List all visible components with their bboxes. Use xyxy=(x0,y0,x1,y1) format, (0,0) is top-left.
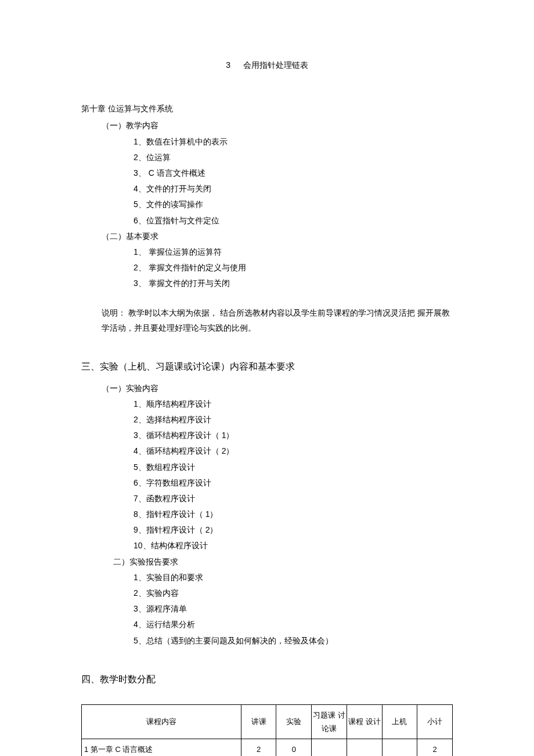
ch10-sub1-label: （一）教学内容 xyxy=(102,118,453,133)
list-item: 3、 C 语言文件概述 xyxy=(134,166,453,180)
list-item: 7、函数程序设计 xyxy=(134,491,453,506)
list-item: 10、结构体程序设计 xyxy=(134,538,453,553)
cell-discuss xyxy=(312,739,347,756)
prev-chapter-tail: 3 会用指针处理链表 xyxy=(81,58,453,73)
note-paragraph: 说明： 教学时以本大纲为依据， 结合所选教材内容以及学生前导课程的学习情况灵活把… xyxy=(102,306,453,335)
list-item: 1、数值在计算机中的表示 xyxy=(134,135,453,149)
list-item: 4、运行结果分析 xyxy=(134,617,453,632)
list-item: 2、位运算 xyxy=(134,150,453,165)
list-item: 3、源程序清单 xyxy=(134,602,453,616)
sec3-sub1-label: （一）实验内容 xyxy=(102,381,453,396)
cell-subtotal: 2 xyxy=(417,739,453,756)
chapter-10-title: 第十章 位运算与文件系统 xyxy=(81,102,453,116)
list-item: 6、位置指针与文件定位 xyxy=(134,214,453,228)
th-lab: 实验 xyxy=(276,704,312,739)
th-lecture: 讲课 xyxy=(241,704,276,739)
section-4-heading: 四、教学时数分配 xyxy=(81,671,453,688)
top-text: 会用指针处理链表 xyxy=(243,60,308,70)
table-row: 1 第一章 C 语言概述 2 0 2 xyxy=(82,739,453,756)
cell-content: 1 第一章 C 语言概述 xyxy=(82,739,241,756)
list-item: 8、指针程序设计（ 1） xyxy=(134,507,453,522)
top-num: 3 xyxy=(226,60,230,70)
list-item: 4、文件的打开与关闭 xyxy=(134,182,453,196)
hours-allocation-table: 课程内容 讲课 实验 习题课 讨论课 课程 设计 上机 小计 1 第一章 C 语… xyxy=(81,704,453,756)
cell-lab: 0 xyxy=(276,739,312,756)
cell-computer xyxy=(382,739,417,756)
list-item: 3、循环结构程序设计（ 1） xyxy=(134,428,453,443)
list-item: 5、数组程序设计 xyxy=(134,460,453,475)
th-discuss: 习题课 讨论课 xyxy=(312,704,347,739)
section-3-heading: 三、实验（上机、习题课或讨论课）内容和基本要求 xyxy=(81,359,453,375)
ch10-sub2-label: （二）基本要求 xyxy=(102,229,453,244)
list-item: 1、顺序结构程序设计 xyxy=(134,397,453,411)
list-item: 2、选择结构程序设计 xyxy=(134,413,453,427)
list-item: 1、 掌握位运算的运算符 xyxy=(134,245,453,259)
list-item: 1、实验目的和要求 xyxy=(134,570,453,585)
cell-lecture: 2 xyxy=(241,739,276,756)
list-item: 2、 掌握文件指针的定义与使用 xyxy=(134,261,453,275)
th-content: 课程内容 xyxy=(82,704,241,739)
cell-design xyxy=(347,739,382,756)
th-subtotal: 小计 xyxy=(417,704,453,739)
th-computer: 上机 xyxy=(382,704,417,739)
list-item: 2、实验内容 xyxy=(134,586,453,601)
table-header-row: 课程内容 讲课 实验 习题课 讨论课 课程 设计 上机 小计 xyxy=(82,704,453,739)
list-item: 4、循环结构程序设计（ 2） xyxy=(134,444,453,458)
list-item: 9、指针程序设计（ 2） xyxy=(134,523,453,537)
list-item: 6、字符数组程序设计 xyxy=(134,476,453,490)
list-item: 3、 掌握文件的打开与关闭 xyxy=(134,276,453,291)
th-design: 课程 设计 xyxy=(347,704,382,739)
sec3-sub2-label: 二）实验报告要求 xyxy=(113,555,453,569)
list-item: 5、文件的读写操作 xyxy=(134,197,453,212)
list-item: 5、总结（遇到的主要问题及如何解决的，经验及体会） xyxy=(134,634,453,648)
